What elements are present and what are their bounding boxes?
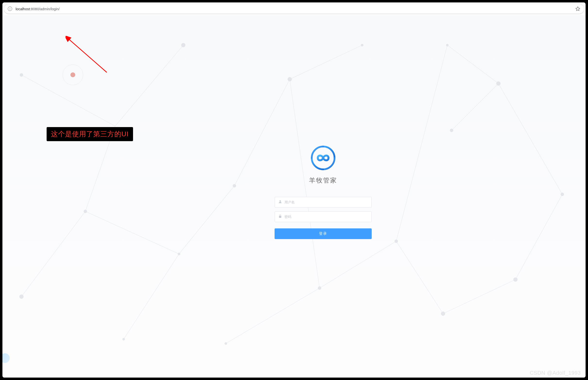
svg-marker-0: [576, 7, 580, 11]
svg-line-14: [447, 45, 498, 84]
svg-point-39: [71, 72, 75, 77]
annotation-arrow: [66, 36, 114, 76]
svg-line-9: [226, 288, 320, 343]
svg-point-30: [441, 311, 445, 316]
svg-line-2: [115, 45, 183, 126]
svg-point-34: [561, 193, 564, 196]
svg-line-41: [69, 39, 107, 72]
svg-point-31: [446, 44, 449, 47]
watermark: CSDN @Adolf_1993: [530, 370, 581, 376]
svg-point-24: [232, 184, 236, 188]
url-host: localhost: [16, 7, 30, 11]
svg-line-4: [85, 211, 179, 254]
username-input-wrapper[interactable]: [275, 197, 372, 208]
login-button[interactable]: 登录: [275, 228, 372, 239]
url-text[interactable]: localhost:8080/admin/login/: [16, 7, 575, 11]
orbit-decoration: [62, 64, 84, 87]
svg-line-5: [179, 186, 234, 254]
bookmark-star-icon[interactable]: [575, 6, 580, 11]
svg-point-21: [181, 43, 185, 47]
svg-line-10: [320, 241, 396, 288]
svg-point-37: [19, 294, 24, 299]
svg-line-19: [21, 211, 85, 297]
svg-line-11: [396, 45, 447, 241]
username-group: [275, 197, 372, 208]
svg-line-7: [290, 45, 362, 79]
svg-line-16: [499, 84, 562, 194]
password-input-wrapper[interactable]: [275, 211, 372, 222]
svg-rect-43: [279, 216, 281, 218]
svg-point-26: [361, 44, 363, 47]
page-content: 这个是使用了第三方的UI: [2, 15, 586, 378]
svg-line-1: [21, 75, 115, 126]
svg-point-29: [394, 240, 398, 243]
svg-point-27: [318, 286, 321, 290]
annotation-label: 这个是使用了第三方的UI: [47, 127, 133, 141]
svg-point-20: [20, 73, 23, 77]
svg-point-23: [178, 253, 180, 255]
svg-line-18: [124, 254, 179, 339]
svg-line-13: [443, 280, 516, 314]
user-icon: [278, 200, 282, 205]
svg-point-33: [450, 129, 453, 132]
svg-point-28: [225, 342, 227, 345]
login-card: 羊牧管家: [275, 145, 372, 239]
svg-point-25: [288, 77, 292, 81]
browser-window: i localhost:8080/admin/login/: [2, 2, 586, 378]
address-bar[interactable]: i localhost:8080/admin/login/: [4, 4, 584, 14]
brand-title: 羊牧管家: [309, 176, 337, 185]
svg-point-42: [279, 200, 281, 201]
info-icon[interactable]: i: [8, 7, 12, 11]
password-group: [275, 211, 372, 222]
svg-point-32: [496, 81, 500, 86]
svg-point-36: [122, 338, 125, 341]
blob-decoration: [2, 353, 10, 363]
password-input[interactable]: [285, 212, 368, 222]
svg-line-17: [516, 194, 562, 280]
svg-point-22: [84, 210, 87, 213]
svg-point-35: [513, 277, 517, 282]
username-input[interactable]: [285, 197, 368, 207]
svg-point-38: [63, 65, 83, 85]
svg-line-15: [452, 84, 499, 131]
lock-icon: [278, 214, 282, 219]
brand-logo: [310, 145, 337, 171]
url-port-path: :8080/admin/login/: [30, 7, 60, 11]
svg-line-12: [396, 241, 443, 314]
